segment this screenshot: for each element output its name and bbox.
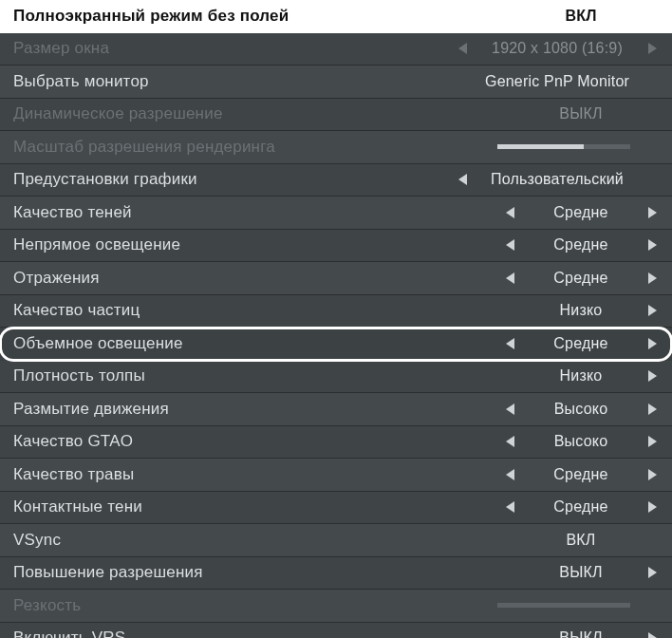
setting-row[interactable]: Объемное освещениеСредне: [0, 328, 672, 361]
chevron-left-icon[interactable]: [503, 238, 516, 252]
setting-value: ВЫКЛ: [524, 105, 638, 122]
setting-row[interactable]: Повышение разрешенияВЫКЛ: [0, 557, 672, 591]
setting-label: Размер окна: [13, 39, 456, 58]
setting-value-wrap: [469, 603, 659, 608]
setting-value: Высоко: [524, 433, 638, 450]
setting-row[interactable]: Выбрать мониторGeneric PnP Monitor: [0, 66, 672, 99]
setting-label: Плотность толпы: [13, 366, 469, 385]
chevron-right-icon: [645, 42, 659, 55]
chevron-left-icon[interactable]: [503, 272, 516, 285]
setting-value: Низко: [524, 367, 638, 385]
setting-label: Динамическое разрешение: [13, 104, 469, 123]
chevron-left-icon[interactable]: [503, 500, 516, 514]
chevron-right-icon[interactable]: [645, 206, 659, 219]
setting-row[interactable]: Качество тенейСредне: [0, 197, 672, 230]
setting-value-wrap: [469, 144, 659, 149]
chevron-left-icon: [456, 42, 469, 55]
setting-value-wrap: ВЫКЛ: [469, 629, 659, 638]
setting-row: Динамическое разрешениеВЫКЛ: [0, 99, 672, 132]
setting-value: Пользовательский: [476, 171, 638, 188]
chevron-left-icon[interactable]: [503, 206, 516, 219]
setting-value-wrap: ВКЛ: [469, 8, 659, 25]
chevron-right-icon[interactable]: [645, 369, 659, 383]
setting-label: Повышение разрешения: [13, 563, 469, 582]
setting-value: Средне: [524, 498, 638, 516]
setting-value: ВКЛ: [524, 532, 638, 549]
setting-label: Размытие движения: [13, 400, 469, 419]
setting-row[interactable]: Предустановки графикиПользовательский: [0, 164, 672, 197]
setting-label: Отражения: [13, 269, 469, 288]
setting-row[interactable]: ОтраженияСредне: [0, 262, 672, 295]
setting-value-wrap: Средне: [469, 498, 659, 516]
setting-value: Низко: [524, 302, 638, 319]
setting-label: Качество теней: [13, 203, 469, 222]
chevron-left-icon[interactable]: [503, 468, 516, 481]
setting-value-wrap: Низко: [469, 302, 659, 319]
chevron-left-icon[interactable]: [503, 435, 516, 448]
setting-row[interactable]: Качество GTAOВысоко: [0, 426, 672, 460]
chevron-right-icon[interactable]: [645, 337, 659, 350]
setting-label: Резкость: [13, 596, 469, 615]
setting-row[interactable]: Непрямое освещениеСредне: [0, 230, 672, 263]
setting-row[interactable]: VSyncВКЛ: [0, 524, 672, 557]
setting-value: ВКЛ: [524, 8, 638, 25]
chevron-right-icon[interactable]: [645, 468, 659, 481]
setting-value-wrap: Средне: [469, 270, 659, 287]
setting-label: Включить VRS: [13, 629, 469, 638]
setting-value-wrap: Generic PnP Monitor: [456, 73, 659, 90]
chevron-right-icon[interactable]: [645, 435, 659, 448]
chevron-right-icon[interactable]: [645, 272, 659, 285]
chevron-left-icon[interactable]: [503, 403, 516, 416]
setting-value: Высоко: [524, 401, 638, 418]
slider-fill: [497, 144, 584, 149]
setting-label: Качество травы: [13, 465, 469, 484]
setting-row[interactable]: Полноэкранный режим без полейВКЛ: [0, 0, 672, 33]
setting-value: Средне: [524, 204, 638, 221]
setting-value: Средне: [524, 236, 638, 253]
chevron-right-icon[interactable]: [645, 631, 659, 638]
setting-label: Непрямое освещение: [13, 235, 469, 254]
setting-value-wrap: Средне: [469, 335, 659, 352]
setting-value: Средне: [524, 270, 638, 287]
setting-label: Выбрать монитор: [13, 72, 456, 91]
setting-value: Средне: [524, 335, 638, 352]
setting-value-wrap: Пользовательский: [456, 171, 659, 188]
setting-value-wrap: Высоко: [469, 433, 659, 450]
setting-label: Контактные тени: [13, 497, 469, 516]
chevron-right-icon[interactable]: [645, 566, 659, 579]
chevron-left-icon[interactable]: [456, 173, 469, 186]
chevron-right-icon[interactable]: [645, 238, 659, 252]
setting-row: Масштаб разрешения рендеринга: [0, 131, 672, 164]
setting-value: ВЫКЛ: [524, 564, 638, 581]
setting-value: Средне: [524, 466, 638, 483]
setting-label: Качество GTAO: [13, 432, 469, 451]
setting-value-wrap: Средне: [469, 236, 659, 253]
setting-value-wrap: ВЫКЛ: [469, 105, 659, 122]
setting-label: Объемное освещение: [13, 334, 469, 353]
setting-row[interactable]: Контактные тениСредне: [0, 492, 672, 525]
setting-value-wrap: Средне: [469, 204, 659, 221]
setting-value-wrap: 1920 x 1080 (16:9): [456, 40, 659, 57]
chevron-left-icon[interactable]: [503, 337, 516, 350]
setting-value: Generic PnP Monitor: [476, 73, 638, 90]
setting-label: Полноэкранный режим без полей: [13, 7, 469, 26]
setting-row[interactable]: Плотность толпыНизко: [0, 361, 672, 394]
setting-value-wrap: Низко: [469, 367, 659, 385]
slider: [497, 603, 630, 608]
setting-row[interactable]: Качество частицНизко: [0, 295, 672, 328]
setting-row[interactable]: Размытие движенияВысоко: [0, 393, 672, 426]
setting-row: Размер окна1920 x 1080 (16:9): [0, 33, 672, 66]
setting-value: 1920 x 1080 (16:9): [476, 40, 638, 57]
setting-value-wrap: Высоко: [469, 401, 659, 418]
setting-row[interactable]: Включить VRSВЫКЛ: [0, 623, 672, 639]
setting-value: ВЫКЛ: [524, 629, 638, 638]
setting-value-wrap: ВЫКЛ: [469, 564, 659, 581]
setting-row: Резкость: [0, 590, 672, 623]
setting-value-wrap: Средне: [469, 466, 659, 483]
chevron-right-icon[interactable]: [645, 304, 659, 317]
setting-row[interactable]: Качество травыСредне: [0, 459, 672, 492]
chevron-right-icon[interactable]: [645, 403, 659, 416]
setting-label: VSync: [13, 531, 469, 550]
chevron-right-icon[interactable]: [645, 500, 659, 514]
setting-label: Предустановки графики: [13, 170, 456, 189]
